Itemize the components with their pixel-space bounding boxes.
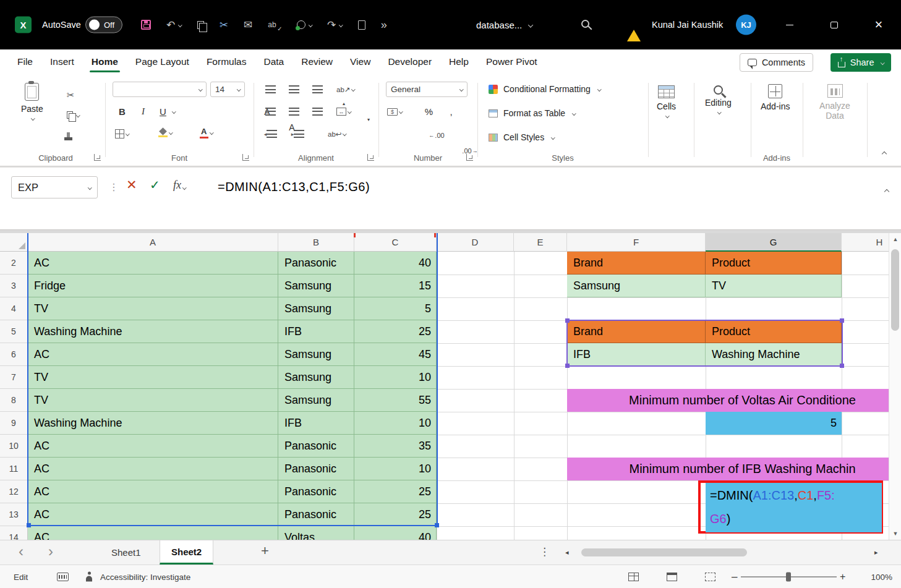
collapse-ribbon-button[interactable] xyxy=(881,147,886,158)
merge-center-button[interactable]: ↔ xyxy=(336,104,351,119)
vertical-scroll-thumb[interactable] xyxy=(891,249,899,331)
scroll-left-icon[interactable]: ◂ xyxy=(565,548,569,556)
cell-styles-button[interactable]: Cell Styles xyxy=(489,132,555,142)
undo-icon[interactable]: ↶ xyxy=(166,20,182,30)
cell-C13[interactable]: 25 xyxy=(354,503,437,526)
avatar[interactable]: KJ xyxy=(736,15,756,35)
percent-style-button[interactable]: % xyxy=(422,104,436,119)
cells-button[interactable]: Cells xyxy=(657,85,676,117)
cell-A7[interactable]: TV xyxy=(28,366,278,389)
row-header-14[interactable]: 14 xyxy=(0,526,28,540)
alignment-dialog-launcher-icon[interactable] xyxy=(367,154,374,161)
row-header-6[interactable]: 6 xyxy=(0,343,28,366)
chevron-down-icon[interactable] xyxy=(172,109,176,113)
more-commands-icon[interactable]: » xyxy=(381,19,387,30)
row-header-8[interactable]: 8 xyxy=(0,389,28,412)
row-header-3[interactable]: 3 xyxy=(0,275,28,297)
cell-C7[interactable]: 10 xyxy=(354,366,437,389)
search-icon[interactable] xyxy=(581,19,589,30)
draw-icon[interactable] xyxy=(297,20,312,29)
cell-B2[interactable]: Panasonic xyxy=(278,252,354,275)
cut-icon[interactable]: ✂ xyxy=(220,20,228,30)
cut-button[interactable]: ✂ xyxy=(67,90,75,100)
sheet-nav-left-icon[interactable]: ‹ xyxy=(19,543,23,560)
cell-C8[interactable]: 55 xyxy=(354,389,437,412)
cell-A3[interactable]: Fridge xyxy=(28,275,278,297)
cell-B13[interactable]: Panasonic xyxy=(278,503,354,526)
ribbon-tab-developer[interactable]: Developer xyxy=(379,49,440,74)
conditional-formatting-button[interactable]: Conditional Formatting xyxy=(489,84,600,94)
row-header-10[interactable]: 10 xyxy=(0,435,28,458)
cell-A9[interactable]: Washing Machine xyxy=(28,412,278,435)
vertical-scrollbar[interactable]: ▲ ▼ xyxy=(889,233,901,540)
cell-G2[interactable]: Product xyxy=(706,252,842,275)
font-dialog-launcher-icon[interactable] xyxy=(242,154,249,161)
cell-A10[interactable]: AC xyxy=(28,435,278,458)
cell-C3[interactable]: 15 xyxy=(354,275,437,297)
formula-bar-handle[interactable]: ⋮ xyxy=(109,181,119,193)
formula-input[interactable]: =DMIN(A1:C13,C1,F5:G6) xyxy=(218,180,370,194)
paste-button[interactable]: Paste xyxy=(21,83,43,120)
borders-button[interactable] xyxy=(115,126,129,142)
normal-view-button[interactable] xyxy=(628,573,639,581)
align-bottom-button[interactable] xyxy=(310,82,325,97)
decrease-indent-button[interactable]: ◂ xyxy=(263,126,278,142)
cell-C2[interactable]: 40 xyxy=(354,252,437,275)
cell-C9[interactable]: 10 xyxy=(354,412,437,435)
cell-B12[interactable]: Panasonic xyxy=(278,480,354,503)
document-title-dropdown[interactable]: database... xyxy=(476,20,532,30)
align-left-button[interactable] xyxy=(263,104,278,119)
column-header-A[interactable]: A xyxy=(28,233,278,252)
format-as-table-button[interactable]: Format as Table xyxy=(489,108,576,118)
copy-button[interactable] xyxy=(67,111,80,119)
zoom-slider-thumb[interactable] xyxy=(786,572,791,581)
scroll-right-icon[interactable]: ▸ xyxy=(874,548,878,556)
column-header-D[interactable]: D xyxy=(437,233,514,252)
close-button[interactable]: × xyxy=(856,0,901,49)
column-header-B[interactable]: B xyxy=(278,233,354,252)
horizontal-scrollbar[interactable] xyxy=(578,548,868,557)
align-middle-button[interactable] xyxy=(287,82,301,97)
ribbon-tab-power-pivot[interactable]: Power Pivot xyxy=(477,49,546,74)
add-sheet-button[interactable]: + xyxy=(261,543,269,559)
redo-icon[interactable]: ↷ xyxy=(327,20,343,30)
copy-icon[interactable] xyxy=(197,21,204,29)
spelling-icon[interactable]: ab xyxy=(268,20,281,29)
cell-C14[interactable]: 40 xyxy=(354,526,437,540)
accessibility-status[interactable]: Accessibility: Investigate xyxy=(100,572,190,581)
cell-G9[interactable]: 5 xyxy=(706,412,842,435)
save-icon[interactable] xyxy=(141,20,151,30)
cell-A12[interactable]: AC xyxy=(28,480,278,503)
ribbon-tab-insert[interactable]: Insert xyxy=(41,49,83,74)
increase-decimal-button[interactable]: .00 xyxy=(388,127,485,143)
font-name-combo[interactable] xyxy=(113,82,207,97)
cell-B10[interactable]: Panasonic xyxy=(278,435,354,458)
name-box[interactable]: EXP xyxy=(11,176,98,198)
column-header-E[interactable]: E xyxy=(514,233,567,252)
zoom-level[interactable]: 100% xyxy=(871,572,892,581)
sheet-tab-sheet2[interactable]: Sheet2 xyxy=(160,540,213,565)
row-header-7[interactable]: 7 xyxy=(0,366,28,389)
row-header-4[interactable]: 4 xyxy=(0,297,28,320)
row-header-9[interactable]: 9 xyxy=(0,412,28,435)
cell-A4[interactable]: TV xyxy=(28,297,278,320)
fill-color-button[interactable] xyxy=(158,125,173,140)
ribbon-tab-file[interactable]: File xyxy=(9,49,41,74)
orientation-button[interactable]: ab↗ xyxy=(336,82,355,97)
horizontal-scroll-thumb[interactable] xyxy=(581,548,747,556)
cell-C6[interactable]: 45 xyxy=(354,343,437,366)
row-header-2[interactable]: 2 xyxy=(0,252,28,275)
cell-G3[interactable]: TV xyxy=(706,275,842,297)
row-header-11[interactable]: 11 xyxy=(0,458,28,480)
cell-B5[interactable]: IFB xyxy=(278,320,354,343)
sheet-tab-sheet1[interactable]: Sheet1 xyxy=(100,540,152,565)
share-button[interactable]: Share xyxy=(831,53,891,72)
cell-B7[interactable]: Samsung xyxy=(278,366,354,389)
align-right-button[interactable] xyxy=(310,104,325,119)
page-layout-view-button[interactable] xyxy=(667,573,677,581)
cell-B9[interactable]: IFB xyxy=(278,412,354,435)
ribbon-tab-home[interactable]: Home xyxy=(83,49,127,74)
cell-A14[interactable]: AC xyxy=(28,526,278,540)
font-size-combo[interactable]: 14 xyxy=(210,82,245,97)
cell-C11[interactable]: 10 xyxy=(354,458,437,480)
